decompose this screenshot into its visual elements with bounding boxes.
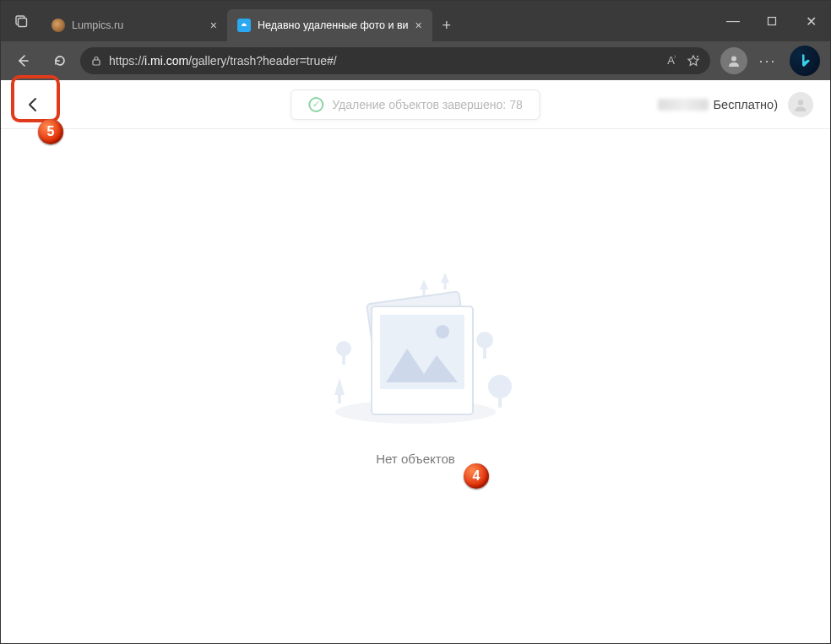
close-tab-button[interactable]: × <box>210 19 217 32</box>
empty-text: Нет объектов <box>376 452 455 466</box>
check-circle-icon: ✓ <box>308 97 323 112</box>
svg-rect-16 <box>342 354 345 365</box>
profile-button[interactable] <box>719 46 749 76</box>
browser-chrome: Lumpics.ru × Недавно удаленные фото и ви… <box>1 1 830 80</box>
tab-strip: Lumpics.ru × Недавно удаленные фото и ви… <box>41 1 714 41</box>
empty-state: Нет объектов <box>1 129 830 466</box>
read-aloud-button[interactable]: A⁾ <box>667 54 675 67</box>
address-bar: https://i.mi.com/gallery/trash?header=tr… <box>1 41 830 80</box>
svg-rect-14 <box>498 396 502 408</box>
svg-point-11 <box>476 332 493 349</box>
bing-chat-button[interactable] <box>790 46 820 76</box>
bing-icon <box>796 52 813 69</box>
user-plan-label: Бесплатно) <box>714 98 778 111</box>
url-domain: i.mi.com <box>144 54 188 68</box>
svg-rect-1 <box>19 19 27 27</box>
svg-rect-18 <box>444 283 447 290</box>
toolbar-right: ··· <box>714 46 825 76</box>
url-path: /gallery/trash?header=true#/ <box>188 54 337 68</box>
favorite-button[interactable] <box>687 54 700 68</box>
tab-title: Lumpics.ru <box>72 19 204 31</box>
url-box[interactable]: https://i.mi.com/gallery/trash?header=tr… <box>80 47 710 74</box>
url-prefix: https:// <box>109 54 144 68</box>
tab-title: Недавно удаленные фото и ви <box>258 19 409 31</box>
user-name-blurred <box>658 99 709 111</box>
user-area[interactable]: Бесплатно) <box>658 92 813 117</box>
annotation-badge-4: 4 <box>464 463 489 489</box>
page-header: ✓ Удаление объектов завершено: 78 Беспла… <box>1 80 830 129</box>
page-content: ✓ Удаление объектов завершено: 78 Беспла… <box>1 80 830 643</box>
empty-illustration-icon <box>306 247 525 433</box>
favicon-micloud-icon <box>237 19 251 32</box>
svg-point-22 <box>436 325 449 338</box>
page-back-button[interactable] <box>18 89 48 120</box>
maximize-button[interactable] <box>752 1 791 41</box>
toast-text: Удаление объектов завершено: 78 <box>332 98 522 111</box>
url-text: https://i.mi.com/gallery/trash?header=tr… <box>109 54 660 68</box>
close-window-button[interactable]: ✕ <box>791 1 830 41</box>
arrow-left-icon <box>15 53 30 68</box>
new-tab-button[interactable]: + <box>432 9 461 41</box>
titlebar: Lumpics.ru × Недавно удаленные фото и ви… <box>1 1 830 41</box>
tab-list-icon <box>14 14 28 28</box>
nav-back-button[interactable] <box>6 44 40 78</box>
chevron-left-icon <box>24 95 42 114</box>
delete-success-toast: ✓ Удаление объектов завершено: 78 <box>291 89 540 120</box>
svg-rect-17 <box>423 290 426 296</box>
user-avatar-icon <box>788 92 813 117</box>
tab-lumpics[interactable]: Lumpics.ru × <box>41 9 227 41</box>
svg-rect-4 <box>93 60 100 65</box>
svg-rect-12 <box>483 347 486 359</box>
refresh-icon <box>52 53 68 68</box>
svg-point-13 <box>488 375 512 398</box>
svg-point-15 <box>336 341 351 356</box>
more-button[interactable]: ··· <box>752 46 783 76</box>
lock-icon <box>90 55 102 67</box>
maximize-icon <box>767 16 777 26</box>
svg-rect-10 <box>338 395 341 403</box>
svg-point-7 <box>731 57 736 62</box>
svg-rect-2 <box>769 18 776 25</box>
favicon-lumpics-icon <box>52 19 65 32</box>
tab-mi-trash[interactable]: Недавно удаленные фото и ви × <box>227 9 432 41</box>
refresh-button[interactable] <box>43 44 77 78</box>
minimize-button[interactable]: — <box>714 1 752 41</box>
close-tab-button[interactable]: × <box>416 19 422 32</box>
window-controls: — ✕ <box>714 1 830 41</box>
profile-avatar-icon <box>720 47 747 74</box>
svg-point-8 <box>798 100 803 105</box>
tab-overview-button[interactable] <box>1 14 41 28</box>
